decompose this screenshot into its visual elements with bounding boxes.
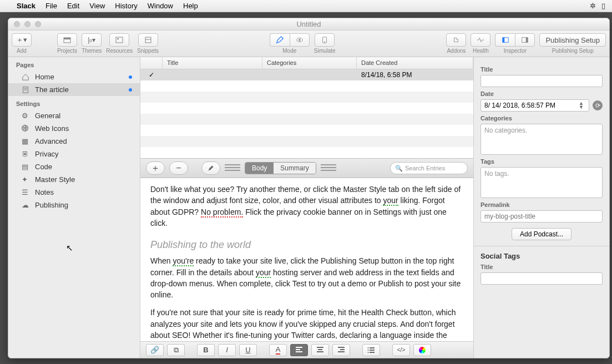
addons-button[interactable] <box>446 33 466 47</box>
close-window-button[interactable] <box>14 21 20 27</box>
cursor-icon: ↖ <box>66 243 73 253</box>
publishing-setup-button[interactable]: Publishing Setup <box>539 33 606 47</box>
inspector-permalink-label: Permalink <box>481 201 603 208</box>
inspector-categories-input[interactable]: No categories. <box>481 124 603 155</box>
sidebar-item-advanced[interactable]: ▦Advanced <box>8 135 140 148</box>
inspector-permalink-input[interactable] <box>481 210 603 223</box>
mode-edit-button[interactable] <box>270 33 290 47</box>
row-checkbox[interactable]: ✓ <box>140 71 163 79</box>
svg-rect-1 <box>64 38 70 39</box>
summary-tab[interactable]: Summary <box>274 163 315 174</box>
resources-label: Resources <box>106 48 133 54</box>
resources-button[interactable] <box>109 33 129 47</box>
menu-help[interactable]: Help <box>183 2 198 10</box>
font-color-button[interactable]: A <box>269 344 287 356</box>
remove-entry-button[interactable]: − <box>169 161 188 175</box>
inspector-title-input[interactable] <box>481 75 603 87</box>
menu-app[interactable]: Slack <box>17 2 36 10</box>
minimize-window-button[interactable] <box>24 21 31 27</box>
edit-entry-button[interactable] <box>201 161 220 175</box>
snippets-label: Snippets <box>137 48 159 54</box>
sidebar-item-code[interactable]: ▤Code <box>8 160 140 173</box>
mode-preview-button[interactable] <box>290 33 310 47</box>
add-podcast-button[interactable]: Add Podcast... <box>512 228 571 240</box>
sidebar-item-general[interactable]: ⚙General <box>8 109 140 122</box>
align-left-button[interactable] <box>290 344 308 356</box>
inspector-label: Inspector <box>504 48 527 54</box>
document-editor[interactable]: Don't like what you see? Try another the… <box>140 178 473 341</box>
justify-lines-icon <box>321 164 336 172</box>
center-pane: Title Categories Date Created ✓ 8/14/18,… <box>140 57 474 358</box>
entries-table-body: ✓ 8/14/18, 6:58 PM <box>140 69 473 158</box>
home-icon <box>22 73 31 81</box>
menu-edit[interactable]: Edit <box>67 2 79 10</box>
bold-button[interactable]: B <box>197 344 215 356</box>
svg-rect-13 <box>526 38 528 43</box>
paragraph[interactable]: If you're not sure that your site is rea… <box>150 307 463 341</box>
page-icon <box>22 86 31 94</box>
inspector-tags-input[interactable]: No tags. <box>481 167 603 198</box>
battery-icon[interactable]: ▯ <box>601 2 605 10</box>
table-row[interactable]: ✓ 8/14/18, 6:58 PM <box>140 69 473 80</box>
col-title[interactable]: Title <box>163 57 262 69</box>
inspector-tags-label: Tags <box>481 158 603 165</box>
app-window: Untitled ＋▾ Add Projects |₀▾ Themes Reso… <box>8 18 610 358</box>
list-button[interactable] <box>362 344 380 356</box>
heading-publishing[interactable]: Publishing to the world <box>150 237 463 252</box>
paragraph[interactable]: When you're ready to take your site live… <box>150 255 463 300</box>
menu-window[interactable]: Window <box>148 2 173 10</box>
window-title: Untitled <box>296 20 321 28</box>
simulate-button[interactable] <box>315 33 335 47</box>
menu-history[interactable]: History <box>115 2 137 10</box>
color-picker-button[interactable] <box>413 344 431 356</box>
row-date: 8/14/18, 6:58 PM <box>357 71 416 79</box>
projects-button[interactable] <box>57 33 77 47</box>
sidebar-item-home[interactable]: Home <box>8 70 140 83</box>
sidebar-item-notes[interactable]: ☰Notes <box>8 186 140 199</box>
body-tab[interactable]: Body <box>245 163 274 174</box>
sidebar-item-the-article[interactable]: The article <box>8 83 140 96</box>
paragraph[interactable]: Don't like what you see? Try another the… <box>150 184 463 229</box>
link-button[interactable]: 🔗 <box>146 344 164 356</box>
menu-view[interactable]: View <box>89 2 105 10</box>
sidebar-item-publishing[interactable]: ☁Publishing <box>8 199 140 211</box>
align-right-button[interactable] <box>332 344 350 356</box>
svg-point-18 <box>368 350 369 351</box>
search-entries-input[interactable]: 🔍 Search Entries <box>390 162 468 174</box>
date-now-button[interactable]: ⟳ <box>593 100 603 110</box>
sidebar-item-label: Publishing <box>35 201 68 209</box>
svg-point-9 <box>324 42 325 43</box>
menu-file[interactable]: File <box>45 2 57 10</box>
svg-point-7 <box>299 39 301 41</box>
globe-icon: 🌐︎ <box>22 124 31 133</box>
sidebar-item-privacy[interactable]: ⛨Privacy <box>8 148 140 160</box>
col-checkbox[interactable] <box>140 57 163 69</box>
add-button[interactable]: ＋▾ <box>12 33 32 47</box>
status-icon[interactable]: ✲ <box>590 2 596 10</box>
zoom-window-button[interactable] <box>35 21 41 27</box>
inspector-title-label: Title <box>481 66 603 73</box>
code-icon: ▤ <box>22 163 31 171</box>
date-stepper[interactable]: ▲▼ <box>579 102 585 109</box>
snippets-button[interactable] <box>138 33 158 47</box>
sidebar-item-web-icons[interactable]: 🌐︎Web Icons <box>8 122 140 135</box>
inspector-date-input[interactable]: 8/ 14/ 2018, 6:58:57 PM ▲▼ <box>481 99 589 112</box>
social-title-input[interactable] <box>481 272 603 285</box>
add-label: Add <box>17 48 27 54</box>
html-button[interactable]: </> <box>392 344 410 356</box>
inspector-left-button[interactable] <box>495 33 515 47</box>
body-summary-toggle[interactable]: Body Summary <box>245 162 316 174</box>
note-icon: ☰ <box>22 188 31 196</box>
sidebar-item-master-style[interactable]: ✦Master Style <box>8 173 140 186</box>
align-center-button[interactable] <box>311 344 329 356</box>
unlink-button[interactable]: ⧉ <box>167 344 185 356</box>
col-date[interactable]: Date Created <box>357 57 473 69</box>
italic-button[interactable]: I <box>218 344 236 356</box>
wand-icon: ✦ <box>22 175 31 184</box>
col-categories[interactable]: Categories <box>262 57 357 69</box>
health-button[interactable] <box>471 33 490 47</box>
underline-button[interactable]: U <box>239 344 257 356</box>
inspector-right-button[interactable] <box>515 33 535 47</box>
themes-button[interactable]: |₀▾ <box>82 33 102 47</box>
add-entry-button[interactable]: ＋ <box>146 161 165 175</box>
